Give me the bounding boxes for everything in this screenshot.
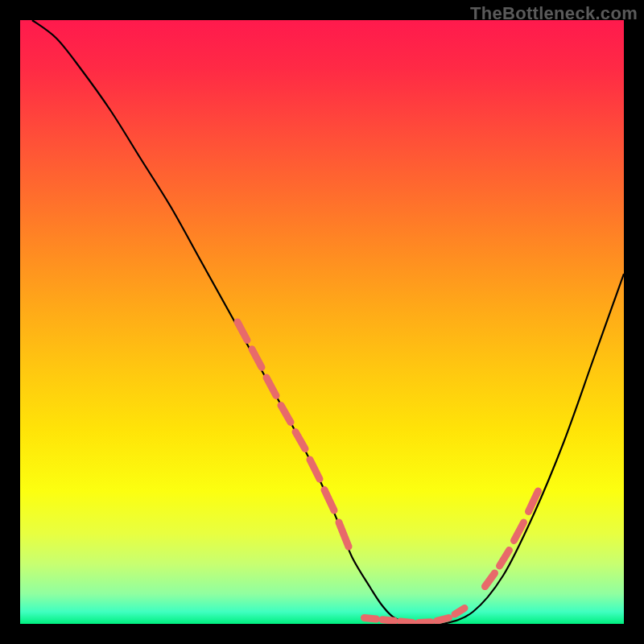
dash-segment (281, 406, 291, 423)
bottleneck-curve (32, 20, 624, 624)
dash-segment (266, 378, 276, 396)
dash-segment (419, 622, 431, 623)
dash-segment (500, 551, 510, 567)
dash-segment (365, 618, 377, 620)
dash-segment (237, 322, 247, 341)
dash-segment (382, 620, 394, 621)
plot-area (20, 20, 624, 624)
dash-segment (401, 621, 413, 623)
dash-segment (437, 618, 449, 621)
curve-svg (20, 20, 624, 624)
dash-segment (339, 522, 349, 547)
dash-segment (485, 573, 495, 587)
dash-segment (295, 432, 305, 449)
dash-segment (324, 490, 334, 511)
watermark-label: TheBottleneck.com (470, 3, 638, 24)
dash-segments (237, 322, 539, 623)
dash-segment (455, 609, 464, 615)
chart-container: TheBottleneck.com (0, 0, 644, 644)
dash-segment (252, 349, 262, 368)
dash-segment (310, 460, 320, 479)
